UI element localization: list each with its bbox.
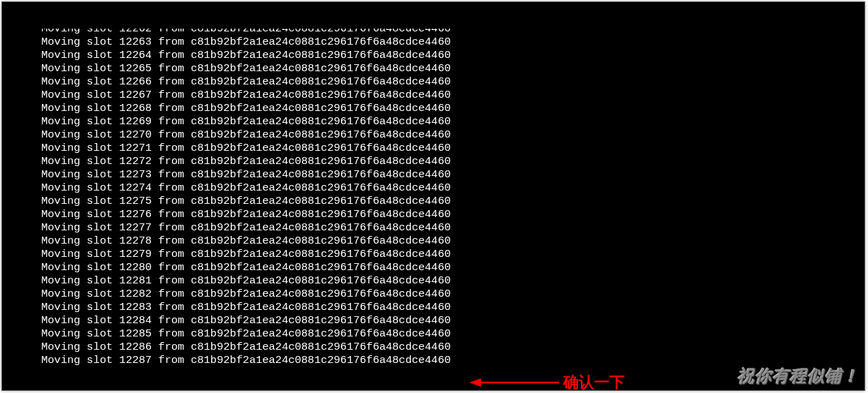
slot-line: Moving slot 12279 from c81b92bf2a1ea24c0… [16, 248, 865, 261]
slot-line: Moving slot 12266 from c81b92bf2a1ea24c0… [16, 75, 865, 89]
slot-line: Moving slot 12286 from c81b92bf2a1ea24c0… [16, 341, 865, 354]
slot-line: Moving slot 12282 from c81b92bf2a1ea24c0… [16, 288, 865, 301]
slot-line: Moving slot 12274 from c81b92bf2a1ea24c0… [16, 181, 865, 195]
annotation-arrow: 确认一下 [470, 372, 625, 393]
slot-line: Moving slot 12285 from c81b92bf2a1ea24c0… [16, 327, 865, 341]
slot-line: Moving slot 12277 from c81b92bf2a1ea24c0… [16, 221, 865, 235]
terminal-window[interactable]: Moving slot 12262 from c81b92bf2a1ea24c0… [1, 1, 865, 391]
slot-line: Moving slot 12263 from c81b92bf2a1ea24c0… [16, 36, 865, 49]
slot-line: Moving slot 12275 from c81b92bf2a1ea24c0… [16, 195, 865, 208]
slot-line: Moving slot 12265 from c81b92bf2a1ea24c0… [16, 62, 865, 75]
slot-line: Moving slot 12270 from c81b92bf2a1ea24c0… [16, 128, 865, 142]
slot-line: Moving slot 12281 from c81b92bf2a1ea24c0… [16, 274, 865, 288]
slot-line: Moving slot 12273 from c81b92bf2a1ea24c0… [16, 168, 865, 181]
slot-line: Moving slot 12264 from c81b92bf2a1ea24c0… [16, 49, 865, 62]
slot-line: Moving slot 12280 from c81b92bf2a1ea24c0… [16, 261, 865, 274]
watermark-text: 祝你有程似铺！ [737, 365, 860, 387]
slot-line: Moving slot 12262 from c81b92bf2a1ea24c0… [16, 29, 865, 36]
slot-line: Moving slot 12268 from c81b92bf2a1ea24c0… [16, 102, 865, 115]
slot-line: Moving slot 12278 from c81b92bf2a1ea24c0… [16, 235, 865, 248]
terminal-output: Moving slot 12262 from c81b92bf2a1ea24c0… [2, 2, 865, 391]
slot-line: Moving slot 12276 from c81b92bf2a1ea24c0… [16, 208, 865, 221]
slot-line: Moving slot 12283 from c81b92bf2a1ea24c0… [16, 301, 865, 314]
slot-line: Moving slot 12271 from c81b92bf2a1ea24c0… [16, 142, 865, 155]
arrow-icon [470, 376, 560, 390]
slot-line: Moving slot 12272 from c81b92bf2a1ea24c0… [16, 155, 865, 168]
annotation-label: 确认一下 [563, 372, 625, 393]
slot-line: Moving slot 12267 from c81b92bf2a1ea24c0… [16, 89, 865, 102]
slot-line: Moving slot 12269 from c81b92bf2a1ea24c0… [16, 115, 865, 128]
svg-marker-1 [470, 378, 481, 387]
slot-line: Moving slot 12284 from c81b92bf2a1ea24c0… [16, 314, 865, 327]
